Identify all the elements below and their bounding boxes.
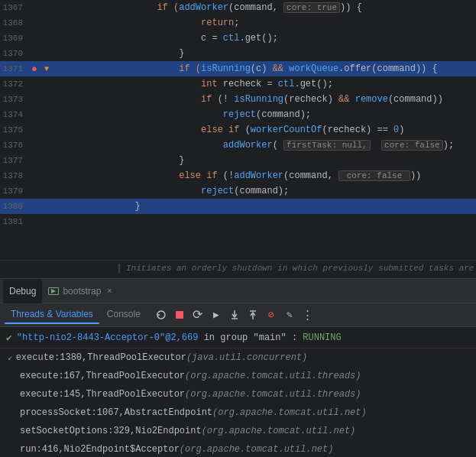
frame-method-4: setSocketOptions:329, xyxy=(20,426,135,436)
code-line-1379: 1379 reject(command); xyxy=(0,183,476,199)
step-out-icon xyxy=(248,310,258,320)
gutter-1379: 1379 xyxy=(0,186,88,196)
line-number-1371: 1371 xyxy=(0,64,29,73)
breakpoint-placeholder-1367 xyxy=(29,2,40,13)
gutter-1369: 1369 xyxy=(0,34,88,43)
code-line-1370: 1370 } xyxy=(0,46,476,61)
stack-frames: ↙ execute:1380, ThreadPoolExecutor (java… xyxy=(0,348,476,457)
code-line-1367: 1367 if (addWorker(command, core: true))… xyxy=(0,0,476,15)
code-content-1368: return; xyxy=(88,15,476,31)
thread-name: "http-nio2-8443-Acceptor-0"@2,669 xyxy=(17,332,199,343)
restore-frames-button[interactable] xyxy=(153,306,170,323)
stop-button[interactable] xyxy=(171,306,188,323)
tab-bootstrap[interactable]: ▶ bootstrap × xyxy=(42,279,118,303)
code-content-1369: c = ctl.get(); xyxy=(88,31,476,46)
mute-breakpoints-button[interactable]: ⊘ xyxy=(263,306,280,323)
tab-bootstrap-label: bootstrap xyxy=(63,286,101,297)
frame-method-3: processSocket:1067, xyxy=(20,407,125,418)
step-out-button[interactable] xyxy=(244,306,261,323)
frame-method-2: execute:145, xyxy=(20,389,86,400)
debug-toolbar: Threads & Variables Console ⟳ xyxy=(0,303,476,327)
stack-frame-5[interactable]: run:416, Nio2Endpoint$Acceptor (org.apac… xyxy=(0,440,476,457)
gutter-1371: 1371 ● ▼ xyxy=(0,63,88,74)
thread-status-bar: ✔ "http-nio2-8443-Acceptor-0"@2,669 in g… xyxy=(0,327,476,348)
code-content-1374: reject(command); xyxy=(88,107,476,122)
tab-threads-variables[interactable]: Threads & Variables xyxy=(5,306,99,324)
stop-icon xyxy=(175,310,184,319)
code-lines: 1367 if (addWorker(command, core: true))… xyxy=(0,0,476,229)
tab-bootstrap-close[interactable]: × xyxy=(107,287,112,295)
code-line-1373: 1373 if (! isRunning(recheck) && remove(… xyxy=(0,92,476,107)
stack-frame-1[interactable]: execute:167, ThreadPoolExecutor (org.apa… xyxy=(0,367,476,385)
hint-text: Initiates an orderly shutdown in which p… xyxy=(118,264,476,273)
code-content-1372: int recheck = ctl.get(); xyxy=(88,76,476,92)
code-line-1376: 1376 addWorker( firstTask: null, core: f… xyxy=(0,138,476,153)
gutter-1367: 1367 xyxy=(0,2,88,13)
frame-class-0: ThreadPoolExecutor xyxy=(87,352,186,363)
line-number-1377: 1377 xyxy=(0,156,29,165)
code-content-1375: else if (workerCountOf(recheck) == 0) xyxy=(88,122,476,138)
gutter-1377: 1377 xyxy=(0,156,88,165)
gutter-1370: 1370 xyxy=(0,49,88,58)
more-icon: ⋮ xyxy=(302,308,313,322)
line-number-1373: 1373 xyxy=(0,95,29,104)
frame-pkg-2: (org.apache.tomcat.util.threads) xyxy=(185,389,361,400)
gutter-1375: 1375 xyxy=(0,125,88,135)
code-content-1370: } xyxy=(88,46,476,61)
frame-pkg-4: (org.apache.tomcat.util.net) xyxy=(202,426,356,436)
code-line-1380: 1380 } xyxy=(0,199,476,214)
code-editor: 1367 if (addWorker(command, core: true))… xyxy=(0,0,476,278)
code-line-1369: 1369 c = ctl.get(); xyxy=(0,31,476,46)
gutter-1381: 1381 xyxy=(0,217,88,226)
thread-status-colon: : xyxy=(292,332,303,343)
code-line-1381: 1381 xyxy=(0,214,476,229)
stack-frame-0[interactable]: ↙ execute:1380, ThreadPoolExecutor (java… xyxy=(0,348,476,367)
restore-icon xyxy=(156,310,167,320)
code-area[interactable]: 1367 if (addWorker(command, core: true))… xyxy=(0,0,476,260)
tab-bootstrap-icon: ▶ xyxy=(48,287,59,295)
step-into-icon xyxy=(229,310,240,320)
thread-info: "http-nio2-8443-Acceptor-0"@2,669 in gro… xyxy=(17,332,342,343)
breakpoint-icon-1371[interactable]: ● xyxy=(29,63,40,74)
step-into-button[interactable] xyxy=(226,306,243,323)
debug-panel: Debug ▶ bootstrap × Threads & Variables … xyxy=(0,278,476,457)
line-number-1379: 1379 xyxy=(0,186,29,196)
code-content-1371: if (isRunning(c) && workQueue.offer(comm… xyxy=(88,61,476,76)
thread-check-icon: ✔ xyxy=(6,332,12,344)
stack-frame-4[interactable]: setSocketOptions:329, Nio2Endpoint (org.… xyxy=(0,422,476,440)
stack-frame-2[interactable]: execute:145, ThreadPoolExecutor (org.apa… xyxy=(0,385,476,404)
code-content-1376: addWorker( firstTask: null, core: false)… xyxy=(88,138,476,153)
code-content-1380: } xyxy=(88,199,476,214)
gutter-1368: 1368 xyxy=(0,18,88,28)
resume-icon: ▶ xyxy=(213,309,219,321)
tab-debug[interactable]: Debug xyxy=(3,279,42,303)
svg-rect-0 xyxy=(176,311,183,319)
chevron-icon-1371: ▼ xyxy=(41,63,52,74)
gutter-1374: 1374 xyxy=(0,110,88,119)
step-over-icon: ⟳ xyxy=(193,307,202,322)
code-line-1375: 1375 else if (workerCountOf(recheck) == … xyxy=(0,122,476,138)
gutter-1378: 1378 xyxy=(0,171,88,180)
frame-class-2: ThreadPoolExecutor xyxy=(86,389,185,400)
debug-settings-button[interactable]: ✎ xyxy=(281,306,298,323)
frame-pkg-1: (org.apache.tomcat.util.threads) xyxy=(185,371,361,381)
frame-class-1: ThreadPoolExecutor xyxy=(86,371,185,381)
line-number-1372: 1372 xyxy=(0,79,29,89)
frame-class-5: Nio2Endpoint$Acceptor xyxy=(64,444,180,455)
tab-console[interactable]: Console xyxy=(101,306,147,324)
frame-pkg-3: (org.apache.tomcat.util.net) xyxy=(212,407,367,418)
chevron-placeholder-1367 xyxy=(41,2,52,13)
stack-frame-3[interactable]: processSocket:1067, AbstractEndpoint (or… xyxy=(0,404,476,422)
line-number-1375: 1375 xyxy=(0,125,29,135)
frame-arrow-0: ↙ xyxy=(8,352,13,362)
line-number-1367: 1367 xyxy=(0,3,29,12)
more-button[interactable]: ⋮ xyxy=(300,306,316,323)
line-number-1369: 1369 xyxy=(0,34,29,43)
gutter-1372: 1372 xyxy=(0,79,88,89)
frame-class-4: Nio2Endpoint xyxy=(135,426,201,436)
code-line-1372: 1372 int recheck = ctl.get(); xyxy=(0,76,476,92)
code-line-1374: 1374 reject(command); xyxy=(0,107,476,122)
resume-button[interactable]: ▶ xyxy=(208,306,225,323)
frame-pkg-5: (org.apache.tomcat.util.net) xyxy=(180,444,334,455)
step-over-button[interactable]: ⟳ xyxy=(189,306,206,323)
